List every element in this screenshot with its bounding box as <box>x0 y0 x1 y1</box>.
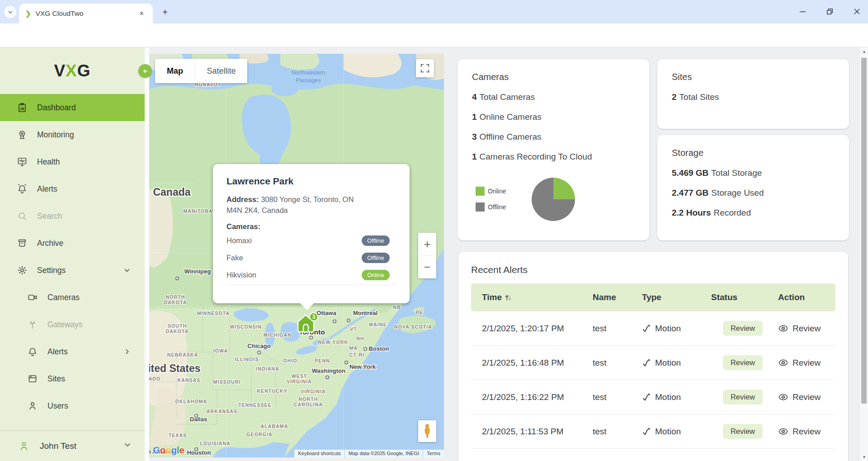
sidebar-item-label: Archive <box>37 239 63 248</box>
alert-action[interactable]: Review <box>767 323 835 334</box>
alert-time: 2/1/2025, 1:11:53 PM <box>471 427 582 437</box>
sidebar-collapse-button[interactable] <box>138 64 152 78</box>
status-review-button[interactable]: Review <box>723 321 763 336</box>
alert-status[interactable]: Review <box>700 355 767 370</box>
svg-text:TEXAS: TEXAS <box>169 433 187 438</box>
window-minimize-button[interactable] <box>792 0 813 23</box>
sidebar-item-health[interactable]: Health <box>0 148 145 175</box>
camera-status-badge: Offline <box>362 235 390 246</box>
scroll-up-arrow[interactable]: ▲ <box>860 47 868 56</box>
action-review-link[interactable]: Review <box>793 358 821 368</box>
eye-icon <box>778 358 788 368</box>
eye-icon <box>778 392 788 402</box>
keyboard-shortcuts-link[interactable]: Keyboard shortcuts <box>294 450 344 457</box>
site-map-marker[interactable]: 3 <box>296 312 319 334</box>
svg-text:CT: CT <box>349 352 357 358</box>
motion-icon <box>642 393 651 402</box>
column-type[interactable]: Type <box>631 292 700 302</box>
window-close-button[interactable] <box>846 0 867 23</box>
new-tab-button[interactable]: + <box>159 6 171 18</box>
map-fullscreen-button[interactable] <box>416 59 434 77</box>
alert-time: 2/1/2025, 1:20:17 PM <box>471 324 582 334</box>
logo-v: V <box>54 61 66 80</box>
user-menu[interactable]: John Test <box>0 430 145 461</box>
motion-icon <box>642 427 651 436</box>
svg-text:VIRGINIA: VIRGINIA <box>301 389 326 394</box>
svg-text:MANITOBA: MANITOBA <box>183 208 212 214</box>
house-marker-icon: 3 <box>296 312 319 334</box>
tab-close-button[interactable]: × <box>137 9 146 19</box>
svg-text:MAINE: MAINE <box>369 322 387 327</box>
svg-text:ALABAMA: ALABAMA <box>261 423 288 429</box>
column-time[interactable]: Time <box>471 292 582 302</box>
eye-icon <box>778 426 788 437</box>
tab-search-button[interactable] <box>4 6 16 18</box>
stat-total-storage: 5.469 GBTotal Storage <box>657 168 849 178</box>
alert-status[interactable]: Review <box>700 424 767 439</box>
svg-text:ARKANSAS: ARKANSAS <box>207 409 237 414</box>
status-review-button[interactable]: Review <box>723 390 763 405</box>
action-review-link[interactable]: Review <box>793 427 821 437</box>
alert-action[interactable]: Review <box>767 426 835 437</box>
camera-name: Homaxi <box>226 236 252 245</box>
map-type-map-button[interactable]: Map <box>155 59 195 83</box>
status-review-button[interactable]: Review <box>723 355 763 370</box>
zoom-in-button[interactable]: + <box>418 233 436 255</box>
camera-name: Fake <box>226 254 243 262</box>
sidebar-item-label: Sites <box>47 374 65 384</box>
minimize-icon <box>800 9 806 14</box>
alert-status[interactable]: Review <box>700 390 767 405</box>
sidebar-item-monitoring[interactable]: Monitoring <box>0 121 145 148</box>
sidebar-item-cameras[interactable]: Cameras <box>0 284 145 311</box>
camera-status-badge: Online <box>362 270 390 280</box>
sidebar-item-label: Alerts <box>47 347 68 357</box>
svg-text:NORTH: NORTH <box>299 396 318 402</box>
action-review-link[interactable]: Review <box>793 324 821 334</box>
sidebar-item-alerts[interactable]: Alerts <box>0 175 145 202</box>
map-type-satellite-button[interactable]: Satellite <box>195 59 247 83</box>
sidebar-item-sites[interactable]: Sites <box>0 365 145 392</box>
column-name[interactable]: Name <box>582 292 631 302</box>
terms-link[interactable]: Terms <box>423 450 444 457</box>
monitoring-icon <box>17 129 28 140</box>
alert-name: test <box>582 324 631 334</box>
sidebar-item-gateways[interactable]: Gateways <box>0 311 145 338</box>
sidebar-item-settings[interactable]: Settings <box>0 257 145 284</box>
scroll-down-arrow[interactable]: ▼ <box>860 453 868 461</box>
sidebar-item-dashboard[interactable]: Dashboard <box>0 94 145 121</box>
status-review-button[interactable]: Review <box>723 424 763 439</box>
sidebar-item-alerts-settings[interactable]: Alerts <box>0 338 145 365</box>
browser-tab[interactable]: ❯ VXG CloudTwo × <box>19 4 153 24</box>
sidebar-item-search[interactable]: Search <box>0 202 145 230</box>
window-restore-button[interactable] <box>819 0 840 23</box>
alert-action[interactable]: Review <box>767 358 835 368</box>
column-action[interactable]: Action <box>767 292 835 302</box>
stat-total-cameras: 4Total Cameras <box>458 92 649 102</box>
alert-name: test <box>582 392 631 402</box>
map-canvas[interactable]: NorthwesternPassagesNUNAVUTCanadaMANITOB… <box>149 54 444 457</box>
svg-text:DAKOTA: DAKOTA <box>166 329 189 334</box>
vxg-favicon-icon: ❯ <box>25 9 31 18</box>
svg-text:NOVA SCOTIA: NOVA SCOTIA <box>394 324 432 329</box>
sidebar-item-archive[interactable]: Archive <box>0 230 145 257</box>
chevron-down-icon <box>8 9 13 15</box>
sidebar-item-users[interactable]: Users <box>0 392 145 419</box>
column-status[interactable]: Status <box>700 292 767 302</box>
sort-icon[interactable] <box>505 294 512 301</box>
pie-legend: Online Offline <box>476 187 506 218</box>
google-logo[interactable]: Google <box>153 445 184 456</box>
alert-status[interactable]: Review <box>700 321 767 336</box>
alert-action[interactable]: Review <box>767 392 835 402</box>
svg-text:Winnipeg: Winnipeg <box>184 268 211 275</box>
online-swatch <box>476 187 485 196</box>
page-scrollbar[interactable]: ▲ ▼ <box>859 47 868 461</box>
zoom-out-button[interactable]: − <box>418 256 436 278</box>
street-view-pegman-button[interactable] <box>418 420 436 442</box>
motion-icon <box>642 324 651 333</box>
scrollbar-thumb[interactable] <box>861 58 867 404</box>
svg-text:Boston: Boston <box>369 345 389 352</box>
close-icon <box>854 9 860 14</box>
svg-text:LOUISIANA: LOUISIANA <box>200 441 231 446</box>
bell-icon <box>27 346 38 357</box>
action-review-link[interactable]: Review <box>793 392 821 402</box>
